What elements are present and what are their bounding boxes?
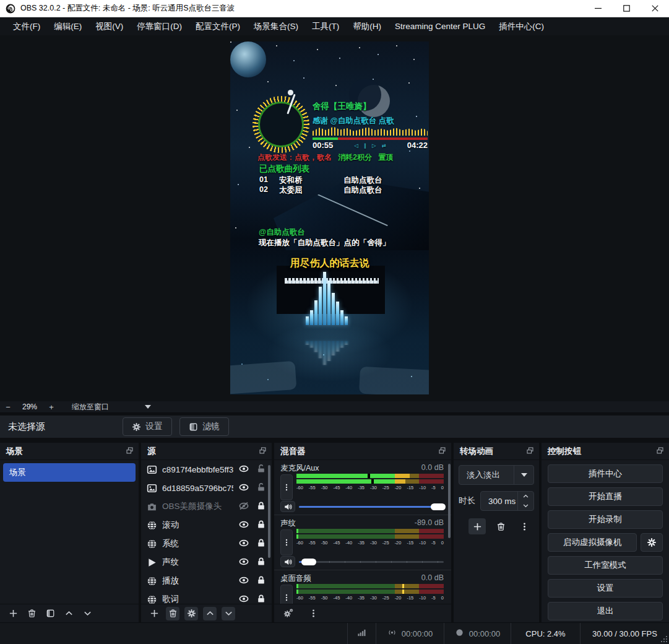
eye-slash-icon[interactable]: [238, 501, 251, 512]
properties-button[interactable]: 设置: [123, 417, 172, 436]
vu-meter: -60-55-50-45-40-35-30-25-20-15-10-50: [296, 529, 444, 555]
resize-grip[interactable]: [661, 636, 667, 642]
channel-name: 麦克风/Aux: [280, 463, 319, 474]
lock-icon[interactable]: [256, 557, 268, 568]
minimize-button[interactable]: [584, 0, 612, 17]
advanced-audio-button[interactable]: [280, 607, 296, 620]
menu-item[interactable]: 帮助(H): [346, 17, 388, 35]
source-properties-button[interactable]: [184, 607, 198, 620]
channel-menu-button[interactable]: [280, 585, 293, 604]
transition-select[interactable]: 淡入淡出: [459, 465, 534, 485]
source-up-button[interactable]: [203, 607, 217, 620]
maximize-button[interactable]: [612, 0, 641, 17]
channel-menu-button[interactable]: [280, 474, 293, 500]
source-down-button[interactable]: [222, 607, 235, 620]
popout-icon[interactable]: [526, 446, 534, 456]
control-button[interactable]: 开始录制: [548, 510, 663, 529]
mixer-panel: 混音器 麦克风/Aux0.0 dB-60-55-50-45-40-35-30-2…: [274, 443, 451, 622]
meter-scale: -60-55-50-45-40-35-30-25-20-15-10-50: [296, 485, 444, 490]
popout-icon[interactable]: [126, 446, 134, 456]
source-row[interactable]: c8917f4ebbfbfe5ff3: [141, 460, 272, 479]
control-button[interactable]: 退出: [548, 602, 663, 620]
menu-item[interactable]: 编辑(E): [47, 17, 88, 35]
control-button[interactable]: 工作室模式: [548, 556, 663, 575]
lock-icon[interactable]: [256, 594, 268, 604]
control-button[interactable]: 开始直播: [548, 487, 663, 506]
spectrum-city: [306, 272, 355, 325]
menu-item[interactable]: 文件(F): [6, 17, 47, 35]
source-label: 6d18859a5796bc75: [162, 484, 233, 493]
mixer-menu-button[interactable]: [306, 607, 320, 620]
controls-panel: 控制按钮 插件中心开始直播开始录制启动虚拟摄像机工作室模式设置退出: [542, 443, 669, 622]
title-bar: OBS 32.0.2 - 配置文件: 未命名 - 场景: 听云通用S点歌台三音波: [0, 0, 669, 17]
add-source-button[interactable]: [147, 607, 161, 620]
volume-slider-handle[interactable]: [431, 503, 446, 510]
eye-icon[interactable]: [238, 464, 251, 475]
unlock-icon[interactable]: [256, 464, 268, 475]
close-button[interactable]: [641, 0, 669, 17]
spin-up-button[interactable]: [518, 492, 533, 501]
menu-item[interactable]: 工具(T): [305, 17, 346, 35]
duration-spinbox[interactable]: 300 ms: [480, 491, 534, 511]
chevron-down-icon[interactable]: [514, 466, 533, 484]
eye-icon[interactable]: [238, 557, 251, 568]
scene-list-item[interactable]: 场景: [3, 463, 136, 482]
source-row[interactable]: 6d18859a5796bc75: [141, 479, 272, 497]
fps-readout: 30.00 / 30.00 FPS: [592, 629, 657, 638]
menu-item[interactable]: 配置文件(P): [189, 17, 247, 35]
source-row[interactable]: 歌词: [141, 590, 272, 604]
control-button[interactable]: 插件中心: [548, 464, 663, 483]
popout-icon[interactable]: [259, 446, 267, 456]
eye-icon[interactable]: [238, 538, 251, 549]
eye-icon[interactable]: [238, 482, 251, 494]
source-row[interactable]: OBS美颜摄像头: [141, 497, 272, 516]
lock-icon[interactable]: [256, 538, 268, 549]
volume-slider[interactable]: [299, 557, 444, 567]
virtual-camera-config-button[interactable]: [641, 533, 663, 552]
eye-icon[interactable]: [238, 594, 251, 604]
zoom-in-button[interactable]: +: [43, 402, 59, 412]
eye-icon[interactable]: [238, 520, 251, 531]
popout-icon[interactable]: [656, 446, 664, 456]
control-button[interactable]: 设置: [548, 579, 663, 598]
eye-icon[interactable]: [238, 575, 251, 586]
zoom-dropdown-caret[interactable]: [145, 405, 151, 409]
control-button[interactable]: 启动虚拟摄像机: [548, 533, 637, 552]
transition-menu-button[interactable]: [516, 518, 533, 534]
volume-slider[interactable]: [299, 502, 444, 511]
add-transition-button[interactable]: [468, 518, 486, 534]
scene-filters-button[interactable]: [43, 607, 57, 620]
source-row[interactable]: 声纹: [141, 553, 272, 572]
menu-item[interactable]: 场景集合(S): [247, 17, 305, 35]
spin-down-button[interactable]: [518, 501, 533, 510]
filters-button[interactable]: 滤镜: [179, 417, 229, 436]
lock-icon[interactable]: [256, 520, 268, 531]
sources-scrollbar[interactable]: [268, 465, 270, 558]
menu-item[interactable]: Streaming Center PLUG: [388, 17, 492, 35]
scene-up-button[interactable]: [62, 607, 76, 620]
ice-float: [230, 361, 296, 394]
menu-item[interactable]: 插件中心(C): [492, 17, 551, 35]
popout-icon[interactable]: [438, 446, 446, 456]
source-row[interactable]: 滚动: [141, 516, 272, 534]
volume-slider-handle[interactable]: [301, 559, 316, 565]
lock-icon[interactable]: [256, 575, 268, 586]
scene-down-button[interactable]: [80, 607, 94, 620]
remove-transition-button[interactable]: [492, 518, 509, 534]
unlock-icon[interactable]: [256, 482, 268, 494]
mute-button[interactable]: [280, 501, 295, 512]
mute-button[interactable]: [280, 556, 295, 567]
menu-item[interactable]: 视图(V): [88, 17, 130, 35]
zoom-out-button[interactable]: −: [0, 402, 16, 412]
mixer-scrollbar[interactable]: [448, 464, 451, 538]
source-row[interactable]: 播放: [141, 572, 272, 590]
source-row[interactable]: 系统: [141, 534, 272, 553]
add-scene-button[interactable]: [6, 607, 20, 620]
menu-item[interactable]: 停靠窗口(D): [130, 17, 189, 35]
remove-scene-button[interactable]: [25, 607, 38, 620]
preview-canvas[interactable]: 舍得【王唯旖】 感谢 @自助点歌台 点歌 00:55 ◁∥▷⇄ 04:22 点歌…: [0, 35, 669, 401]
remove-source-button[interactable]: [166, 607, 179, 620]
lock-icon[interactable]: [256, 501, 268, 512]
source-label: 滚动: [162, 520, 233, 531]
channel-menu-button[interactable]: [280, 529, 293, 555]
